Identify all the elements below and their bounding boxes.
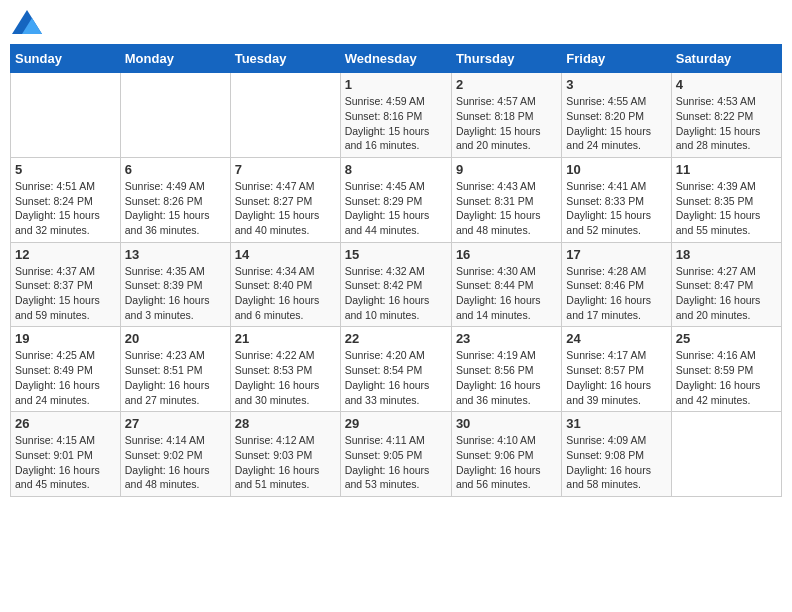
- day-cell: [671, 412, 781, 497]
- day-info: Sunrise: 4:47 AM Sunset: 8:27 PM Dayligh…: [235, 179, 336, 238]
- day-cell: 21Sunrise: 4:22 AM Sunset: 8:53 PM Dayli…: [230, 327, 340, 412]
- week-row-2: 5Sunrise: 4:51 AM Sunset: 8:24 PM Daylig…: [11, 157, 782, 242]
- day-info: Sunrise: 4:27 AM Sunset: 8:47 PM Dayligh…: [676, 264, 777, 323]
- day-number: 18: [676, 247, 777, 262]
- day-info: Sunrise: 4:57 AM Sunset: 8:18 PM Dayligh…: [456, 94, 557, 153]
- day-cell: 12Sunrise: 4:37 AM Sunset: 8:37 PM Dayli…: [11, 242, 121, 327]
- week-row-4: 19Sunrise: 4:25 AM Sunset: 8:49 PM Dayli…: [11, 327, 782, 412]
- day-cell: 17Sunrise: 4:28 AM Sunset: 8:46 PM Dayli…: [562, 242, 671, 327]
- day-cell: 26Sunrise: 4:15 AM Sunset: 9:01 PM Dayli…: [11, 412, 121, 497]
- day-info: Sunrise: 4:15 AM Sunset: 9:01 PM Dayligh…: [15, 433, 116, 492]
- day-cell: [11, 73, 121, 158]
- day-cell: 29Sunrise: 4:11 AM Sunset: 9:05 PM Dayli…: [340, 412, 451, 497]
- day-number: 27: [125, 416, 226, 431]
- day-number: 16: [456, 247, 557, 262]
- day-number: 22: [345, 331, 447, 346]
- day-number: 13: [125, 247, 226, 262]
- header-row: SundayMondayTuesdayWednesdayThursdayFrid…: [11, 45, 782, 73]
- day-cell: 9Sunrise: 4:43 AM Sunset: 8:31 PM Daylig…: [451, 157, 561, 242]
- day-cell: 14Sunrise: 4:34 AM Sunset: 8:40 PM Dayli…: [230, 242, 340, 327]
- day-info: Sunrise: 4:22 AM Sunset: 8:53 PM Dayligh…: [235, 348, 336, 407]
- day-info: Sunrise: 4:45 AM Sunset: 8:29 PM Dayligh…: [345, 179, 447, 238]
- day-cell: 4Sunrise: 4:53 AM Sunset: 8:22 PM Daylig…: [671, 73, 781, 158]
- day-number: 2: [456, 77, 557, 92]
- day-number: 7: [235, 162, 336, 177]
- day-number: 25: [676, 331, 777, 346]
- header-cell-wednesday: Wednesday: [340, 45, 451, 73]
- day-cell: 6Sunrise: 4:49 AM Sunset: 8:26 PM Daylig…: [120, 157, 230, 242]
- week-row-5: 26Sunrise: 4:15 AM Sunset: 9:01 PM Dayli…: [11, 412, 782, 497]
- day-info: Sunrise: 4:23 AM Sunset: 8:51 PM Dayligh…: [125, 348, 226, 407]
- day-cell: 31Sunrise: 4:09 AM Sunset: 9:08 PM Dayli…: [562, 412, 671, 497]
- day-cell: 25Sunrise: 4:16 AM Sunset: 8:59 PM Dayli…: [671, 327, 781, 412]
- day-number: 10: [566, 162, 666, 177]
- day-number: 5: [15, 162, 116, 177]
- day-info: Sunrise: 4:34 AM Sunset: 8:40 PM Dayligh…: [235, 264, 336, 323]
- day-number: 23: [456, 331, 557, 346]
- day-number: 15: [345, 247, 447, 262]
- day-cell: 30Sunrise: 4:10 AM Sunset: 9:06 PM Dayli…: [451, 412, 561, 497]
- day-info: Sunrise: 4:35 AM Sunset: 8:39 PM Dayligh…: [125, 264, 226, 323]
- day-cell: 28Sunrise: 4:12 AM Sunset: 9:03 PM Dayli…: [230, 412, 340, 497]
- day-info: Sunrise: 4:19 AM Sunset: 8:56 PM Dayligh…: [456, 348, 557, 407]
- day-info: Sunrise: 4:41 AM Sunset: 8:33 PM Dayligh…: [566, 179, 666, 238]
- day-info: Sunrise: 4:51 AM Sunset: 8:24 PM Dayligh…: [15, 179, 116, 238]
- day-info: Sunrise: 4:16 AM Sunset: 8:59 PM Dayligh…: [676, 348, 777, 407]
- day-number: 17: [566, 247, 666, 262]
- day-cell: 18Sunrise: 4:27 AM Sunset: 8:47 PM Dayli…: [671, 242, 781, 327]
- day-cell: 20Sunrise: 4:23 AM Sunset: 8:51 PM Dayli…: [120, 327, 230, 412]
- day-info: Sunrise: 4:28 AM Sunset: 8:46 PM Dayligh…: [566, 264, 666, 323]
- week-row-1: 1Sunrise: 4:59 AM Sunset: 8:16 PM Daylig…: [11, 73, 782, 158]
- day-number: 1: [345, 77, 447, 92]
- logo: [10, 10, 42, 34]
- day-info: Sunrise: 4:11 AM Sunset: 9:05 PM Dayligh…: [345, 433, 447, 492]
- day-info: Sunrise: 4:09 AM Sunset: 9:08 PM Dayligh…: [566, 433, 666, 492]
- calendar-body: 1Sunrise: 4:59 AM Sunset: 8:16 PM Daylig…: [11, 73, 782, 497]
- day-number: 28: [235, 416, 336, 431]
- day-cell: 24Sunrise: 4:17 AM Sunset: 8:57 PM Dayli…: [562, 327, 671, 412]
- day-info: Sunrise: 4:37 AM Sunset: 8:37 PM Dayligh…: [15, 264, 116, 323]
- day-cell: 2Sunrise: 4:57 AM Sunset: 8:18 PM Daylig…: [451, 73, 561, 158]
- header-cell-thursday: Thursday: [451, 45, 561, 73]
- day-number: 31: [566, 416, 666, 431]
- header-cell-sunday: Sunday: [11, 45, 121, 73]
- day-cell: [230, 73, 340, 158]
- day-number: 8: [345, 162, 447, 177]
- day-info: Sunrise: 4:43 AM Sunset: 8:31 PM Dayligh…: [456, 179, 557, 238]
- day-cell: 16Sunrise: 4:30 AM Sunset: 8:44 PM Dayli…: [451, 242, 561, 327]
- day-number: 9: [456, 162, 557, 177]
- day-number: 19: [15, 331, 116, 346]
- day-cell: 10Sunrise: 4:41 AM Sunset: 8:33 PM Dayli…: [562, 157, 671, 242]
- day-info: Sunrise: 4:55 AM Sunset: 8:20 PM Dayligh…: [566, 94, 666, 153]
- day-number: 30: [456, 416, 557, 431]
- header-cell-friday: Friday: [562, 45, 671, 73]
- day-number: 11: [676, 162, 777, 177]
- header-cell-monday: Monday: [120, 45, 230, 73]
- day-info: Sunrise: 4:14 AM Sunset: 9:02 PM Dayligh…: [125, 433, 226, 492]
- day-info: Sunrise: 4:12 AM Sunset: 9:03 PM Dayligh…: [235, 433, 336, 492]
- day-cell: [120, 73, 230, 158]
- day-info: Sunrise: 4:17 AM Sunset: 8:57 PM Dayligh…: [566, 348, 666, 407]
- day-number: 21: [235, 331, 336, 346]
- day-cell: 8Sunrise: 4:45 AM Sunset: 8:29 PM Daylig…: [340, 157, 451, 242]
- day-number: 24: [566, 331, 666, 346]
- day-cell: 3Sunrise: 4:55 AM Sunset: 8:20 PM Daylig…: [562, 73, 671, 158]
- week-row-3: 12Sunrise: 4:37 AM Sunset: 8:37 PM Dayli…: [11, 242, 782, 327]
- day-info: Sunrise: 4:32 AM Sunset: 8:42 PM Dayligh…: [345, 264, 447, 323]
- day-number: 12: [15, 247, 116, 262]
- day-cell: 27Sunrise: 4:14 AM Sunset: 9:02 PM Dayli…: [120, 412, 230, 497]
- day-cell: 19Sunrise: 4:25 AM Sunset: 8:49 PM Dayli…: [11, 327, 121, 412]
- calendar-table: SundayMondayTuesdayWednesdayThursdayFrid…: [10, 44, 782, 497]
- page-header: [10, 10, 782, 34]
- day-cell: 13Sunrise: 4:35 AM Sunset: 8:39 PM Dayli…: [120, 242, 230, 327]
- day-info: Sunrise: 4:59 AM Sunset: 8:16 PM Dayligh…: [345, 94, 447, 153]
- day-info: Sunrise: 4:53 AM Sunset: 8:22 PM Dayligh…: [676, 94, 777, 153]
- day-number: 29: [345, 416, 447, 431]
- day-cell: 11Sunrise: 4:39 AM Sunset: 8:35 PM Dayli…: [671, 157, 781, 242]
- day-cell: 7Sunrise: 4:47 AM Sunset: 8:27 PM Daylig…: [230, 157, 340, 242]
- day-number: 20: [125, 331, 226, 346]
- day-info: Sunrise: 4:39 AM Sunset: 8:35 PM Dayligh…: [676, 179, 777, 238]
- day-info: Sunrise: 4:25 AM Sunset: 8:49 PM Dayligh…: [15, 348, 116, 407]
- day-cell: 5Sunrise: 4:51 AM Sunset: 8:24 PM Daylig…: [11, 157, 121, 242]
- day-number: 6: [125, 162, 226, 177]
